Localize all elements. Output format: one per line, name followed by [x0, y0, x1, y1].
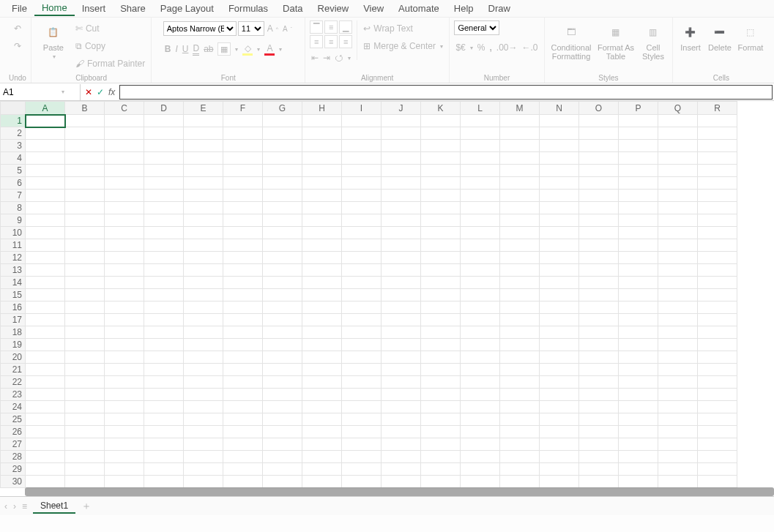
cell-R17[interactable]	[698, 314, 737, 326]
cell-N26[interactable]	[540, 426, 579, 438]
orientation-button[interactable]: ⭯▾	[333, 50, 352, 66]
cell-O27[interactable]	[579, 438, 619, 451]
cell-N9[interactable]	[540, 214, 579, 227]
cell-O20[interactable]	[579, 351, 619, 364]
cell-A15[interactable]	[26, 289, 65, 301]
cell-M10[interactable]	[500, 227, 540, 239]
cell-E30[interactable]	[184, 476, 223, 488]
cell-I26[interactable]	[342, 426, 382, 438]
cell-Q10[interactable]	[658, 227, 698, 239]
cell-C16[interactable]	[105, 301, 144, 314]
cell-D13[interactable]	[144, 264, 184, 277]
cell-Q12[interactable]	[658, 252, 698, 264]
cell-K26[interactable]	[421, 426, 461, 438]
cell-J3[interactable]	[382, 140, 421, 152]
cell-O14[interactable]	[579, 277, 619, 289]
cell-C22[interactable]	[105, 376, 144, 389]
row-head-7[interactable]: 7	[1, 190, 26, 202]
cell-D15[interactable]	[144, 289, 184, 301]
cell-E24[interactable]	[184, 401, 223, 413]
cell-C12[interactable]	[105, 252, 144, 264]
cell-I9[interactable]	[342, 214, 382, 227]
row-head-22[interactable]: 22	[1, 376, 26, 389]
cell-G16[interactable]	[263, 301, 302, 314]
cell-B22[interactable]	[65, 376, 105, 389]
menu-help[interactable]: Help	[447, 1, 481, 15]
decrease-decimal-button[interactable]: ←.0	[520, 40, 539, 56]
cell-H27[interactable]	[302, 438, 342, 451]
cell-R1[interactable]	[698, 115, 737, 127]
cell-P18[interactable]	[619, 326, 658, 339]
cell-K23[interactable]	[421, 389, 461, 401]
col-head-N[interactable]: N	[540, 102, 579, 115]
cell-O18[interactable]	[579, 326, 619, 339]
cell-N14[interactable]	[540, 277, 579, 289]
cell-H15[interactable]	[302, 289, 342, 301]
cell-M2[interactable]	[500, 127, 540, 140]
row-head-16[interactable]: 16	[1, 301, 26, 314]
cell-N10[interactable]	[540, 227, 579, 239]
cell-P17[interactable]	[619, 314, 658, 326]
row-head-12[interactable]: 12	[1, 252, 26, 264]
cell-E25[interactable]	[184, 413, 223, 426]
row-head-3[interactable]: 3	[1, 140, 26, 152]
cell-N1[interactable]	[540, 115, 579, 127]
cell-A29[interactable]	[26, 463, 65, 476]
cell-Q19[interactable]	[658, 339, 698, 351]
cell-A16[interactable]	[26, 301, 65, 314]
cell-A20[interactable]	[26, 351, 65, 364]
cell-F11[interactable]	[223, 239, 263, 252]
cell-L12[interactable]	[461, 252, 500, 264]
cell-C4[interactable]	[105, 152, 144, 165]
cell-A17[interactable]	[26, 314, 65, 326]
cell-L1[interactable]	[461, 115, 500, 127]
cell-M16[interactable]	[500, 301, 540, 314]
align-middle-button[interactable]: ≡	[324, 20, 338, 34]
cell-L6[interactable]	[461, 177, 500, 190]
cell-B14[interactable]	[65, 277, 105, 289]
cell-G12[interactable]	[263, 252, 302, 264]
cell-F4[interactable]	[223, 152, 263, 165]
confirm-button[interactable]: ✓	[97, 87, 104, 97]
cell-F29[interactable]	[223, 463, 263, 476]
cell-K19[interactable]	[421, 339, 461, 351]
cell-P14[interactable]	[619, 277, 658, 289]
cell-H5[interactable]	[302, 165, 342, 177]
cell-E21[interactable]	[184, 364, 223, 376]
cell-P28[interactable]	[619, 451, 658, 463]
cell-F14[interactable]	[223, 277, 263, 289]
cell-G7[interactable]	[263, 190, 302, 202]
cell-D7[interactable]	[144, 190, 184, 202]
cell-M11[interactable]	[500, 239, 540, 252]
cell-I25[interactable]	[342, 413, 382, 426]
cell-B19[interactable]	[65, 339, 105, 351]
fill-color-button[interactable]: ◇ ▾	[241, 41, 261, 57]
cell-I4[interactable]	[342, 152, 382, 165]
cell-E6[interactable]	[184, 177, 223, 190]
menu-insert[interactable]: Insert	[75, 1, 114, 15]
cell-R30[interactable]	[698, 476, 737, 488]
cell-Q11[interactable]	[658, 239, 698, 252]
cell-B25[interactable]	[65, 413, 105, 426]
cell-L25[interactable]	[461, 413, 500, 426]
cell-C17[interactable]	[105, 314, 144, 326]
cell-P30[interactable]	[619, 476, 658, 488]
row-head-27[interactable]: 27	[1, 438, 26, 451]
cell-R20[interactable]	[698, 351, 737, 364]
row-head-8[interactable]: 8	[1, 202, 26, 214]
cell-G18[interactable]	[263, 326, 302, 339]
cell-M26[interactable]	[500, 426, 540, 438]
cell-B7[interactable]	[65, 190, 105, 202]
cell-C26[interactable]	[105, 426, 144, 438]
cell-L11[interactable]	[461, 239, 500, 252]
cell-F16[interactable]	[223, 301, 263, 314]
cell-H22[interactable]	[302, 376, 342, 389]
cell-N21[interactable]	[540, 364, 579, 376]
row-head-10[interactable]: 10	[1, 227, 26, 239]
cell-F9[interactable]	[223, 214, 263, 227]
menu-formulas[interactable]: Formulas	[221, 1, 275, 15]
cell-A1[interactable]	[26, 115, 65, 127]
sheet-tab-sheet1[interactable]: Sheet1	[33, 499, 75, 514]
cell-B9[interactable]	[65, 214, 105, 227]
cell-Q16[interactable]	[658, 301, 698, 314]
